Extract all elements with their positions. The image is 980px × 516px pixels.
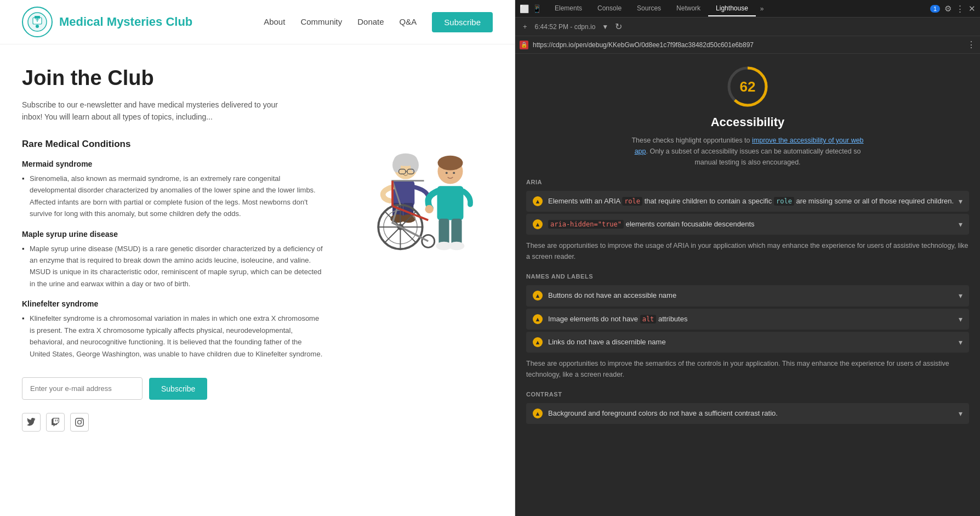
- tabs-overflow[interactable]: »: [756, 2, 768, 16]
- svg-rect-2: [35, 16, 40, 19]
- social-icons: [22, 413, 323, 432]
- chevron-down-icon-5: ▾: [959, 338, 962, 347]
- navbar: Medical Mysteries Club About Community D…: [0, 0, 515, 44]
- audit-item-names-1-text: Buttons do not have an accessible name: [548, 291, 954, 300]
- svg-point-29: [453, 172, 455, 174]
- audit-item-aria-1-text: Elements with an ARIA role that require …: [548, 196, 954, 206]
- devtools-more-icon[interactable]: ⋮: [956, 4, 964, 14]
- warning-icon-5: ▲: [533, 337, 543, 347]
- wheelchair-illustration: [347, 139, 490, 265]
- warning-icon-4: ▲: [533, 314, 543, 324]
- audit-item-contrast-1-header[interactable]: ▲ Background and foreground colors do no…: [526, 403, 969, 424]
- url-bar: 🔒 https://cdpn.io/pen/debug/KKebGwO/0d8e…: [515, 36, 980, 54]
- audit-item-names-2: ▲ Image elements do not have alt attribu…: [526, 309, 969, 330]
- score-description: These checks highlight opportunities to …: [627, 135, 868, 168]
- condition-title-2: Maple syrup urine disease: [22, 230, 323, 239]
- warning-icon-6: ▲: [533, 409, 543, 418]
- nav-qa[interactable]: Q&A: [400, 17, 417, 26]
- intro-text: Subscribe to our e-newsletter and have m…: [22, 99, 296, 123]
- chevron-down-icon-4: ▾: [959, 315, 962, 324]
- page-title: Join the Club: [22, 66, 493, 90]
- devtools-tab-counter: 1: [930, 5, 940, 13]
- audit-item-names-2-header[interactable]: ▲ Image elements do not have alt attribu…: [526, 309, 969, 330]
- lighthouse-title: Accessibility: [711, 115, 785, 129]
- audit-item-aria-2-header[interactable]: ▲ aria-hidden="true" elements contain fo…: [526, 214, 969, 235]
- instagram-icon[interactable]: [70, 413, 89, 432]
- email-form: Subscribe: [22, 377, 323, 400]
- devtools-topbar: ⬜ 📱 Elements Console Sources Network Lig…: [515, 0, 980, 18]
- audit-item-aria-2-text: aria-hidden="true" elements contain focu…: [548, 219, 954, 229]
- condition-text-3: Klinefelter syndrome is a chromosomal va…: [22, 313, 323, 360]
- email-input[interactable]: [22, 377, 143, 400]
- conditions-text: Rare Medical Conditions Mermaid syndrome…: [22, 139, 323, 432]
- main-content: Join the Club Subscribe to our e-newslet…: [0, 44, 515, 453]
- tab-elements[interactable]: Elements: [547, 1, 590, 16]
- content-layout: Rare Medical Conditions Mermaid syndrome…: [22, 139, 493, 432]
- audit-item-names-3-header[interactable]: ▲ Links do not have a discernible name ▾: [526, 332, 969, 353]
- svg-rect-30: [437, 186, 464, 220]
- svg-point-35: [449, 242, 465, 250]
- nav-links: About Community Donate Q&A: [264, 17, 417, 27]
- toolbar-time: 6:44:52 PM - cdpn.io: [535, 23, 596, 31]
- nav-logo: Medical Mysteries Club: [22, 7, 192, 37]
- svg-point-8: [392, 157, 401, 172]
- tab-sources[interactable]: Sources: [629, 1, 669, 16]
- svg-point-5: [36, 25, 39, 28]
- site-favicon: 🔒: [520, 41, 528, 49]
- devtools-icon-cursor[interactable]: ⬜: [520, 4, 529, 13]
- warning-icon-2: ▲: [533, 219, 543, 229]
- audit-item-names-3-text: Links do not have a discernible name: [548, 337, 954, 347]
- tab-lighthouse[interactable]: Lighthouse: [708, 1, 756, 16]
- nav-community[interactable]: Community: [300, 17, 342, 26]
- audit-item-aria-1: ▲ Elements with an ARIA role that requir…: [526, 191, 969, 212]
- score-section: 62 Accessibility These checks highlight …: [526, 65, 969, 168]
- lighthouse-content: 62 Accessibility These checks highlight …: [515, 54, 980, 516]
- score-number: 62: [740, 78, 756, 95]
- svg-point-9: [411, 157, 419, 172]
- toolbar-reload-icon[interactable]: ↻: [615, 21, 622, 32]
- section-heading: Rare Medical Conditions: [22, 139, 323, 150]
- logo-icon: [22, 7, 53, 37]
- devtools-close-icon[interactable]: ✕: [968, 4, 976, 14]
- devtools-action-icons: 1 ⚙ ⋮ ✕: [930, 4, 976, 14]
- aria-info-text: These are opportunities to improve the u…: [526, 240, 969, 262]
- twitch-icon[interactable]: [46, 413, 65, 432]
- svg-point-28: [446, 172, 448, 174]
- tab-console[interactable]: Console: [590, 1, 629, 16]
- toolbar-back-icon[interactable]: +: [520, 21, 531, 32]
- devtools-tabs: Elements Console Sources Network Lightho…: [547, 1, 930, 16]
- nav-about[interactable]: About: [264, 17, 285, 26]
- audit-item-names-2-text: Image elements do not have alt attribute…: [548, 314, 954, 324]
- chevron-down-icon-1: ▾: [959, 197, 962, 206]
- nav-subscribe-button[interactable]: Subscribe: [432, 12, 493, 32]
- tab-network[interactable]: Network: [669, 1, 708, 16]
- contrast-section-title: CONTRAST: [526, 391, 969, 398]
- nav-donate[interactable]: Donate: [357, 17, 384, 26]
- warning-icon-3: ▲: [533, 291, 543, 300]
- condition-title-3: Klinefelter syndrome: [22, 299, 323, 308]
- twitter-icon[interactable]: [22, 413, 41, 432]
- devtools-panel: ⬜ 📱 Elements Console Sources Network Lig…: [515, 0, 980, 516]
- svg-point-27: [438, 155, 463, 170]
- audit-item-contrast-1-text: Background and foreground colors do not …: [548, 409, 954, 418]
- site-title: Medical Mysteries Club: [59, 15, 192, 29]
- svg-point-31: [425, 205, 434, 213]
- audit-item-aria-2: ▲ aria-hidden="true" elements contain fo…: [526, 214, 969, 235]
- toolbar-dropdown-icon[interactable]: ▼: [602, 23, 608, 31]
- audit-item-aria-1-header[interactable]: ▲ Elements with an ARIA role that requir…: [526, 191, 969, 212]
- aria-section-title: ARIA: [526, 179, 969, 185]
- chevron-down-icon-3: ▾: [959, 291, 962, 300]
- devtools-icon-device[interactable]: 📱: [532, 4, 542, 13]
- devtools-toolbar: + 6:44:52 PM - cdpn.io ▼ ↻: [515, 18, 980, 36]
- audit-item-names-1-header[interactable]: ▲ Buttons do not have an accessible name…: [526, 285, 969, 306]
- chevron-down-icon-2: ▾: [959, 220, 962, 229]
- illustration-area: [345, 139, 493, 432]
- url-more-icon[interactable]: ⋮: [967, 39, 976, 50]
- warning-icon-1: ▲: [533, 196, 543, 206]
- names-labels-section-title: NAMES AND LABELS: [526, 273, 969, 280]
- subscribe-button[interactable]: Subscribe: [149, 378, 207, 400]
- condition-text-2: Maple syrup urine disease (MSUD) is a ra…: [22, 243, 323, 290]
- accessibility-link[interactable]: improve the accessibility of your web ap…: [635, 137, 864, 155]
- devtools-settings-icon[interactable]: ⚙: [944, 4, 951, 14]
- audit-item-names-3: ▲ Links do not have a discernible name ▾: [526, 332, 969, 353]
